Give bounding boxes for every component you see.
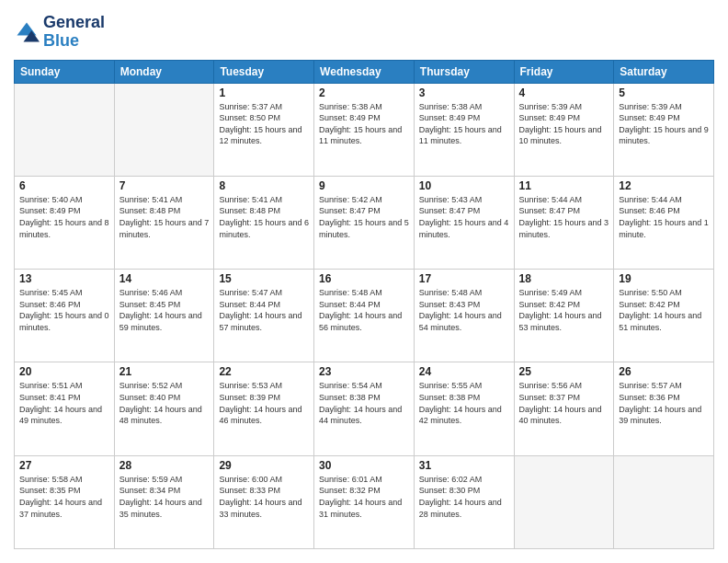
calendar-cell: 18Sunrise: 5:49 AMSunset: 8:42 PMDayligh…: [514, 270, 614, 362]
cell-info: Sunrise: 5:39 AMSunset: 8:49 PMDaylight:…: [519, 101, 609, 147]
calendar-cell: 26Sunrise: 5:57 AMSunset: 8:36 PMDayligh…: [614, 362, 714, 455]
calendar-cell: 19Sunrise: 5:50 AMSunset: 8:42 PMDayligh…: [614, 270, 714, 362]
cell-info: Sunrise: 6:01 AMSunset: 8:32 PMDaylight:…: [319, 474, 409, 520]
cell-info: Sunrise: 6:02 AMSunset: 8:30 PMDaylight:…: [419, 474, 509, 520]
logo-icon: [14, 19, 40, 45]
day-number: 12: [619, 179, 709, 192]
day-number: 27: [19, 459, 109, 472]
calendar-cell: 22Sunrise: 5:53 AMSunset: 8:39 PMDayligh…: [214, 362, 314, 455]
cell-info: Sunrise: 5:52 AMSunset: 8:40 PMDaylight:…: [119, 380, 210, 426]
cell-info: Sunrise: 5:41 AMSunset: 8:48 PMDaylight:…: [119, 194, 210, 240]
weekday-header: Monday: [114, 60, 214, 83]
calendar-cell: 15Sunrise: 5:47 AMSunset: 8:44 PMDayligh…: [214, 270, 314, 362]
calendar-cell: 7Sunrise: 5:41 AMSunset: 8:48 PMDaylight…: [114, 176, 214, 269]
day-number: 31: [419, 459, 509, 472]
day-number: 21: [119, 365, 210, 378]
day-number: 30: [319, 459, 409, 472]
day-number: 24: [419, 365, 509, 378]
day-number: 3: [419, 86, 509, 99]
calendar-cell: 20Sunrise: 5:51 AMSunset: 8:41 PMDayligh…: [15, 362, 115, 455]
day-number: 26: [619, 365, 709, 378]
cell-info: Sunrise: 5:56 AMSunset: 8:37 PMDaylight:…: [519, 380, 609, 426]
day-number: 9: [319, 179, 409, 192]
calendar-cell: 29Sunrise: 6:00 AMSunset: 8:33 PMDayligh…: [214, 455, 314, 548]
cell-info: Sunrise: 5:57 AMSunset: 8:36 PMDaylight:…: [619, 380, 709, 426]
calendar-cell: 5Sunrise: 5:39 AMSunset: 8:49 PMDaylight…: [614, 83, 714, 176]
calendar-week-row: 6Sunrise: 5:40 AMSunset: 8:49 PMDaylight…: [15, 176, 714, 269]
header: General Blue: [14, 14, 714, 51]
calendar-cell: [15, 83, 115, 176]
calendar-cell: 6Sunrise: 5:40 AMSunset: 8:49 PMDaylight…: [15, 176, 115, 269]
day-number: 19: [619, 272, 709, 285]
calendar-cell: 28Sunrise: 5:59 AMSunset: 8:34 PMDayligh…: [114, 455, 214, 548]
cell-info: Sunrise: 5:38 AMSunset: 8:49 PMDaylight:…: [419, 101, 509, 147]
day-number: 1: [219, 86, 309, 99]
cell-info: Sunrise: 5:44 AMSunset: 8:47 PMDaylight:…: [519, 194, 609, 240]
calendar-cell: 21Sunrise: 5:52 AMSunset: 8:40 PMDayligh…: [114, 362, 214, 455]
day-number: 14: [119, 272, 210, 285]
calendar-table: SundayMondayTuesdayWednesdayThursdayFrid…: [14, 60, 714, 549]
cell-info: Sunrise: 5:43 AMSunset: 8:47 PMDaylight:…: [419, 194, 509, 240]
cell-info: Sunrise: 5:47 AMSunset: 8:44 PMDaylight:…: [219, 287, 309, 333]
calendar-cell: 17Sunrise: 5:48 AMSunset: 8:43 PMDayligh…: [414, 270, 514, 362]
cell-info: Sunrise: 5:51 AMSunset: 8:41 PMDaylight:…: [19, 380, 109, 426]
calendar-cell: 9Sunrise: 5:42 AMSunset: 8:47 PMDaylight…: [314, 176, 415, 269]
cell-info: Sunrise: 5:58 AMSunset: 8:35 PMDaylight:…: [19, 474, 109, 520]
day-number: 17: [419, 272, 509, 285]
day-number: 28: [119, 459, 210, 472]
cell-info: Sunrise: 5:59 AMSunset: 8:34 PMDaylight:…: [119, 474, 210, 520]
day-number: 20: [19, 365, 109, 378]
weekday-header: Tuesday: [214, 60, 314, 83]
calendar-week-row: 27Sunrise: 5:58 AMSunset: 8:35 PMDayligh…: [15, 455, 714, 548]
calendar-cell: 8Sunrise: 5:41 AMSunset: 8:48 PMDaylight…: [214, 176, 314, 269]
calendar-cell: 31Sunrise: 6:02 AMSunset: 8:30 PMDayligh…: [414, 455, 514, 548]
calendar-cell: 23Sunrise: 5:54 AMSunset: 8:38 PMDayligh…: [314, 362, 415, 455]
calendar-cell: 25Sunrise: 5:56 AMSunset: 8:37 PMDayligh…: [514, 362, 614, 455]
cell-info: Sunrise: 5:46 AMSunset: 8:45 PMDaylight:…: [119, 287, 210, 333]
cell-info: Sunrise: 6:00 AMSunset: 8:33 PMDaylight:…: [219, 474, 309, 520]
calendar-week-row: 20Sunrise: 5:51 AMSunset: 8:41 PMDayligh…: [15, 362, 714, 455]
page: General Blue SundayMondayTuesdayWednesda…: [0, 0, 728, 563]
day-number: 18: [519, 272, 609, 285]
cell-info: Sunrise: 5:41 AMSunset: 8:48 PMDaylight:…: [219, 194, 309, 240]
logo-text: General Blue: [43, 14, 105, 51]
logo: General Blue: [14, 14, 105, 51]
day-number: 2: [319, 86, 409, 99]
cell-info: Sunrise: 5:50 AMSunset: 8:42 PMDaylight:…: [619, 287, 709, 333]
calendar-cell: 24Sunrise: 5:55 AMSunset: 8:38 PMDayligh…: [414, 362, 514, 455]
cell-info: Sunrise: 5:38 AMSunset: 8:49 PMDaylight:…: [319, 101, 409, 147]
cell-info: Sunrise: 5:40 AMSunset: 8:49 PMDaylight:…: [19, 194, 109, 240]
calendar-cell: 12Sunrise: 5:44 AMSunset: 8:46 PMDayligh…: [614, 176, 714, 269]
day-number: 13: [19, 272, 109, 285]
day-number: 22: [219, 365, 309, 378]
calendar-cell: 14Sunrise: 5:46 AMSunset: 8:45 PMDayligh…: [114, 270, 214, 362]
cell-info: Sunrise: 5:37 AMSunset: 8:50 PMDaylight:…: [219, 101, 309, 147]
calendar-cell: 10Sunrise: 5:43 AMSunset: 8:47 PMDayligh…: [414, 176, 514, 269]
cell-info: Sunrise: 5:48 AMSunset: 8:43 PMDaylight:…: [419, 287, 509, 333]
cell-info: Sunrise: 5:44 AMSunset: 8:46 PMDaylight:…: [619, 194, 709, 240]
day-number: 29: [219, 459, 309, 472]
weekday-header-row: SundayMondayTuesdayWednesdayThursdayFrid…: [15, 60, 714, 83]
calendar-cell: [114, 83, 214, 176]
day-number: 4: [519, 86, 609, 99]
day-number: 10: [419, 179, 509, 192]
calendar-cell: 4Sunrise: 5:39 AMSunset: 8:49 PMDaylight…: [514, 83, 614, 176]
weekday-header: Thursday: [414, 60, 514, 83]
calendar-cell: [614, 455, 714, 548]
calendar-cell: 16Sunrise: 5:48 AMSunset: 8:44 PMDayligh…: [314, 270, 415, 362]
calendar-cell: 1Sunrise: 5:37 AMSunset: 8:50 PMDaylight…: [214, 83, 314, 176]
calendar-cell: 2Sunrise: 5:38 AMSunset: 8:49 PMDaylight…: [314, 83, 415, 176]
calendar-week-row: 1Sunrise: 5:37 AMSunset: 8:50 PMDaylight…: [15, 83, 714, 176]
cell-info: Sunrise: 5:55 AMSunset: 8:38 PMDaylight:…: [419, 380, 509, 426]
weekday-header: Friday: [514, 60, 614, 83]
day-number: 8: [219, 179, 309, 192]
day-number: 7: [119, 179, 210, 192]
weekday-header: Sunday: [15, 60, 115, 83]
cell-info: Sunrise: 5:45 AMSunset: 8:46 PMDaylight:…: [19, 287, 109, 333]
calendar-cell: 11Sunrise: 5:44 AMSunset: 8:47 PMDayligh…: [514, 176, 614, 269]
day-number: 23: [319, 365, 409, 378]
calendar-cell: 30Sunrise: 6:01 AMSunset: 8:32 PMDayligh…: [314, 455, 415, 548]
day-number: 15: [219, 272, 309, 285]
day-number: 6: [19, 179, 109, 192]
day-number: 16: [319, 272, 409, 285]
